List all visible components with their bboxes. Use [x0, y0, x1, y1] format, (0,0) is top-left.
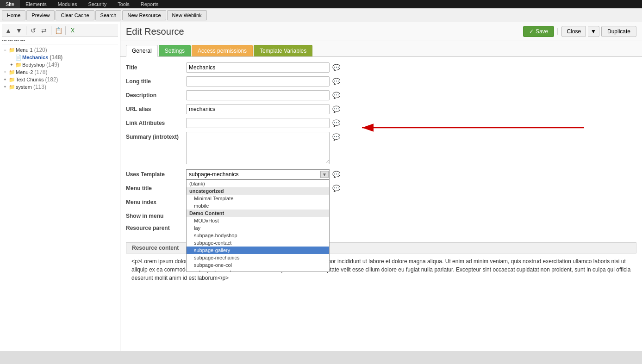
refresh-icon[interactable]: ↺ — [29, 26, 38, 35]
input-linkattributes[interactable] — [186, 118, 330, 128]
input-description[interactable] — [186, 90, 330, 100]
label-description: Description — [126, 90, 186, 99]
comment-icon-linkattributes[interactable]: 💬 — [332, 118, 340, 127]
comment-icon-menutitle[interactable]: 💬 — [332, 183, 340, 192]
control-longtitle — [186, 76, 330, 86]
comment-icon-longtitle[interactable]: 💬 — [332, 76, 340, 85]
nav-security[interactable]: Security — [82, 0, 112, 8]
tree-toggle-menu1[interactable]: − — [2, 47, 8, 53]
tree-label-menu2: Menu-2 (178) — [16, 69, 47, 75]
tab-template-variables[interactable]: Template Variables — [254, 45, 312, 56]
comment-icon-summary[interactable]: 💬 — [332, 132, 340, 141]
template-dropdown-menu: (blank) uncategorized Minimal Template m… — [186, 179, 330, 272]
save-button[interactable]: ✓ Save — [523, 26, 554, 37]
new-weblink-button[interactable]: New Weblink — [167, 10, 207, 20]
comment-icon-usestemplate[interactable]: 💬 — [332, 169, 340, 178]
new-resource-button[interactable]: New Resource — [122, 10, 166, 20]
tab-access-permissions[interactable]: Access permissions — [192, 45, 253, 56]
comment-icon-description[interactable]: 💬 — [332, 90, 340, 99]
input-title[interactable] — [186, 62, 330, 73]
close-button[interactable]: Close — [561, 26, 586, 37]
label-menuindex: Menu index — [126, 197, 186, 205]
page-icon-mechanics: 📄 — [15, 54, 22, 61]
save-split-sep: | — [557, 27, 559, 36]
tree-label-menu1: Menu 1 (120) — [16, 47, 47, 53]
dropdown-option-subpage-onecol[interactable]: subpage-one-col — [187, 261, 329, 269]
comment-icon-title[interactable]: 💬 — [332, 62, 340, 71]
dropdown-option-subpage-bodyshop[interactable]: subpage-bodyshop — [187, 232, 329, 239]
control-description — [186, 90, 330, 100]
tab-settings[interactable]: Settings — [159, 45, 191, 56]
nav-site[interactable]: Site — [0, 0, 20, 8]
folder-icon-bodyshop: 📁 — [15, 62, 22, 68]
tree-item-bodyshop[interactable]: + 📁 Bodyshop (149) — [8, 61, 118, 68]
input-summary[interactable] — [186, 132, 330, 164]
save-check-icon: ✓ — [529, 28, 534, 35]
second-nav: Home Preview Clear Cache Search New Reso… — [0, 8, 642, 22]
tree-children-menu1: 📄 Mechanics (148) + 📁 Bodyshop (149) — [2, 54, 118, 68]
tree-item-menu2[interactable]: + 📁 Menu-2 (178) — [2, 68, 118, 76]
nav-reports[interactable]: Reports — [135, 0, 164, 8]
select-template[interactable] — [186, 169, 330, 179]
tree-item-mechanics[interactable]: 📄 Mechanics (148) — [8, 54, 118, 61]
toolbar-separator-2 — [51, 26, 51, 35]
arrow-down-icon[interactable]: ▼ — [14, 26, 24, 35]
tree-label-textchunks: Text Chunks (182) — [16, 76, 58, 83]
dropdown-option-blank[interactable]: (blank) — [187, 180, 329, 187]
preview-button[interactable]: Preview — [26, 10, 55, 20]
duplicate-button[interactable]: Duplicate — [601, 26, 636, 37]
dropdown-option-minimal[interactable]: Minimal Template — [187, 195, 329, 202]
form-row-summary: Summary (introtext) 💬 — [126, 132, 636, 166]
label-longtitle: Long title — [126, 76, 186, 85]
control-urlalias — [186, 104, 330, 114]
dropdown-option-subpage-twocol[interactable]: subpage-two-col — [187, 269, 329, 272]
input-urlalias[interactable] — [186, 104, 330, 114]
tree-label-bodyshop: Bodyshop (149) — [22, 62, 59, 68]
folder-icon-menu1: 📁 — [8, 47, 16, 53]
dropdown-option-modxhost[interactable]: MODxHost — [187, 217, 329, 224]
dropdown-option-subpage-gallery[interactable]: subpage-gallery — [187, 247, 329, 254]
tree-toggle-textchunks[interactable]: + — [2, 76, 8, 83]
main-layout: ▲ ▼ ↺ ⇄ 📋 X ••• ••• ••• ••• − 📁 Menu 1 (… — [0, 22, 642, 351]
clear-cache-button[interactable]: Clear Cache — [56, 10, 94, 20]
label-linkattributes: Link Attributes — [126, 118, 186, 126]
tree-item-menu1[interactable]: − 📁 Menu 1 (120) — [2, 46, 118, 54]
dropdown-option-subpage-contact[interactable]: subpage-contact — [187, 239, 329, 247]
sidebar: ▲ ▼ ↺ ⇄ 📋 X ••• ••• ••• ••• − 📁 Menu 1 (… — [0, 22, 120, 351]
close-arrow-button[interactable]: ▼ — [588, 26, 599, 37]
tree-item-textchunks[interactable]: + 📁 Text Chunks (182) — [2, 76, 118, 83]
tree-toggle-menu2[interactable]: + — [2, 69, 8, 75]
toolbar-separator-3 — [65, 26, 66, 35]
page-header: Edit Resource ✓ Save | Close ▼ Duplicate — [120, 22, 642, 41]
clipboard-icon[interactable]: 📋 — [54, 26, 63, 35]
tree-toggle-system[interactable]: + — [2, 84, 8, 90]
dropdown-option-subpage-mechanics[interactable]: subpage-mechanics — [187, 254, 329, 261]
form-row-linkattributes: Link Attributes 💬 — [126, 118, 636, 128]
resource-tree: − 📁 Menu 1 (120) 📄 Mechanics (148) + 📁 B… — [2, 46, 118, 91]
comment-icon-urlalias[interactable]: 💬 — [332, 104, 340, 113]
form-row-description: Description 💬 — [126, 90, 636, 100]
tab-general[interactable]: General — [126, 45, 158, 57]
tree-label-mechanics: Mechanics (148) — [22, 54, 62, 61]
tree-toggle-bodyshop[interactable]: + — [8, 62, 15, 68]
nav-elements[interactable]: Elements — [20, 0, 52, 8]
dropdown-option-lay[interactable]: lay — [187, 224, 329, 232]
folder-icon-system: 📁 — [8, 84, 16, 90]
dropdown-group-uncategorized: uncategorized — [187, 187, 329, 195]
select-wrapper-template: ▼ — [186, 169, 330, 179]
folder-icon-textchunks: 📁 — [8, 76, 16, 83]
nav-tools[interactable]: Tools — [112, 0, 135, 8]
nav-modules[interactable]: Modules — [52, 0, 83, 8]
home-button[interactable]: Home — [2, 10, 25, 20]
excel-icon[interactable]: X — [68, 26, 77, 35]
input-longtitle[interactable] — [186, 76, 330, 86]
arrow-up-icon[interactable]: ▲ — [4, 26, 13, 35]
folder-icon-menu2: 📁 — [8, 69, 16, 75]
dropdown-option-mobile[interactable]: mobile — [187, 202, 329, 210]
tree-item-system[interactable]: + 📁 system (113) — [2, 83, 118, 91]
header-actions: ✓ Save | Close ▼ Duplicate — [523, 26, 636, 37]
toolbar-separator-1 — [26, 26, 26, 35]
sync-icon[interactable]: ⇄ — [39, 26, 49, 35]
search-button[interactable]: Search — [95, 10, 122, 20]
sidebar-toolbar: ▲ ▼ ↺ ⇄ 📋 X — [2, 24, 118, 37]
